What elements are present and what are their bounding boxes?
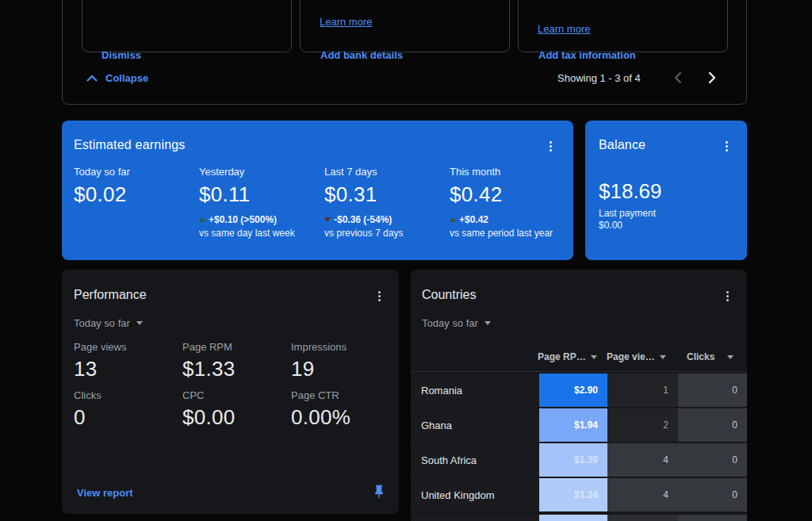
clicks-cell: 0 xyxy=(678,408,747,442)
caret-down-icon xyxy=(485,321,491,325)
metric-delta: +$0.42 xyxy=(459,214,488,225)
range-label: Today so far xyxy=(74,317,130,329)
metric-label: Impressions xyxy=(291,341,394,353)
performance-metric: Page views 13 xyxy=(74,341,177,381)
view-report-link[interactable]: View report xyxy=(77,487,133,499)
page-views-cell: 4 xyxy=(607,478,678,511)
page-rpm-cell: $1.39 xyxy=(539,443,607,477)
card-title: Balance xyxy=(599,138,645,152)
card-title: Performance xyxy=(74,288,147,302)
earnings-metric: Yesterday $0.11 +$0.10 (>500%) vs same d… xyxy=(199,166,320,239)
balance-value: $18.69 xyxy=(599,179,662,204)
kebab-menu-icon[interactable] xyxy=(720,138,733,154)
page-views-cell: 2 xyxy=(607,408,678,442)
metric-comparison: vs same period last year xyxy=(450,228,570,239)
performance-metric: Impressions 19 xyxy=(291,341,394,381)
metric-value: 19 xyxy=(291,357,394,381)
metric-label: Yesterday xyxy=(199,166,320,178)
earnings-metric: This month $0.42 +$0.42 vs same period l… xyxy=(450,166,570,239)
column-header-clicks[interactable]: Clicks xyxy=(687,351,733,362)
add-bank-details-button[interactable]: Add bank details xyxy=(320,49,403,61)
kebab-menu-icon[interactable] xyxy=(544,138,557,154)
metric-comparison: vs previous 7 days xyxy=(324,228,445,239)
kebab-menu-icon[interactable] xyxy=(721,288,733,304)
performance-metric: Page RPM $1.33 xyxy=(182,341,285,381)
table-row: South Africa $1.39 4 0 xyxy=(411,443,747,477)
caret-down-icon xyxy=(136,321,143,325)
arrow-up-icon xyxy=(199,217,205,222)
range-label: Today so far xyxy=(422,317,478,329)
clicks-cell: 0 xyxy=(678,478,747,511)
arrow-up-icon xyxy=(450,217,456,222)
metric-value: $0.00 xyxy=(182,405,285,430)
page-views-cell: 1 xyxy=(607,374,678,407)
metric-value: $0.42 xyxy=(450,182,570,207)
countries-table: Romania $2.90 1 0 Ghana $1.94 2 0 South … xyxy=(411,371,747,372)
collapse-button[interactable]: Collapse xyxy=(86,71,148,85)
learn-more-link[interactable]: Learn more xyxy=(320,16,372,28)
date-range-selector[interactable]: Today so far xyxy=(422,317,491,329)
card-title: Countries xyxy=(422,288,476,302)
balance-card: Balance $18.69 Last payment $0.00 xyxy=(585,121,747,260)
notification-card-2: Learn more Add bank details xyxy=(300,0,510,52)
metric-value: 0 xyxy=(74,405,177,430)
column-header-page-views[interactable]: Page vie… xyxy=(607,351,666,362)
add-tax-information-button[interactable]: Add tax information xyxy=(538,49,636,61)
metric-label: Today so far xyxy=(74,166,194,178)
clicks-cell: 0 xyxy=(678,374,747,407)
clicks-cell: 0 xyxy=(678,443,747,477)
performance-card: Performance Today so far Page views 13 P… xyxy=(62,270,399,514)
metric-comparison: vs same day last week xyxy=(199,228,320,239)
page-next-button[interactable] xyxy=(705,71,719,85)
adsense-dashboard: Dismiss Learn more Add bank details Lear… xyxy=(0,0,812,521)
estimated-earnings-card: Estimated earnings Today so far $0.02 Ye… xyxy=(62,121,573,260)
country-name: South Africa xyxy=(411,443,539,477)
metric-delta: -$0.36 (-54%) xyxy=(334,214,392,225)
country-name: Ghana xyxy=(411,408,539,442)
country-name: United Kingdom xyxy=(411,478,539,511)
metric-value: 13 xyxy=(74,357,177,381)
notification-card-3: Learn more Add tax information xyxy=(518,0,728,52)
earnings-metric: Last 7 days $0.31 -$0.36 (-54%) vs previ… xyxy=(324,166,445,239)
pin-icon[interactable] xyxy=(371,484,387,500)
metric-value: $0.02 xyxy=(74,182,194,207)
arrow-down-icon xyxy=(324,217,331,222)
dismiss-button[interactable]: Dismiss xyxy=(102,49,141,61)
page-previous-button[interactable] xyxy=(670,71,684,85)
performance-metric: Clicks 0 xyxy=(74,389,177,430)
card-title: Estimated earnings xyxy=(74,138,186,152)
table-row: United Kingdom $1.24 4 0 xyxy=(411,478,747,511)
chevron-up-icon xyxy=(86,75,98,82)
metric-label: Clicks xyxy=(74,389,177,401)
chevron-right-icon xyxy=(708,71,717,84)
metric-label: Page CTR xyxy=(291,389,394,401)
chevron-left-icon xyxy=(673,71,682,84)
collapse-label: Collapse xyxy=(105,72,148,84)
metric-value: $0.31 xyxy=(324,182,445,207)
metric-value: $1.33 xyxy=(182,357,285,381)
date-range-selector[interactable]: Today so far xyxy=(74,317,143,329)
page-rpm-cell: $1.94 xyxy=(539,408,607,442)
table-row: Ghana $1.94 2 0 xyxy=(411,408,747,442)
table-row-partial xyxy=(411,515,747,521)
metric-value: $0.11 xyxy=(199,182,320,207)
column-header-page-rpm[interactable]: Page RP… xyxy=(538,351,597,362)
metric-label: This month xyxy=(450,166,570,178)
kebab-menu-icon[interactable] xyxy=(373,288,385,304)
metric-value: 0.00% xyxy=(291,405,394,430)
countries-card: Countries Today so far Page RP… Page vie… xyxy=(411,270,747,521)
performance-metric: CPC $0.00 xyxy=(182,389,285,430)
notifications-panel: Dismiss Learn more Add bank details Lear… xyxy=(62,0,747,105)
metric-label: CPC xyxy=(182,389,285,401)
metric-label: Page RPM xyxy=(182,341,285,353)
caret-down-icon xyxy=(591,355,597,359)
notification-card-1: Dismiss xyxy=(82,0,292,52)
page-views-cell: 4 xyxy=(607,443,678,477)
caret-down-icon xyxy=(727,355,733,359)
metric-label: Page views xyxy=(74,341,177,353)
learn-more-link[interactable]: Learn more xyxy=(538,23,590,35)
performance-metric: Page CTR 0.00% xyxy=(291,389,394,430)
caret-down-icon xyxy=(660,355,666,359)
page-rpm-cell: $2.90 xyxy=(539,374,607,407)
earnings-metric: Today so far $0.02 xyxy=(74,166,194,207)
